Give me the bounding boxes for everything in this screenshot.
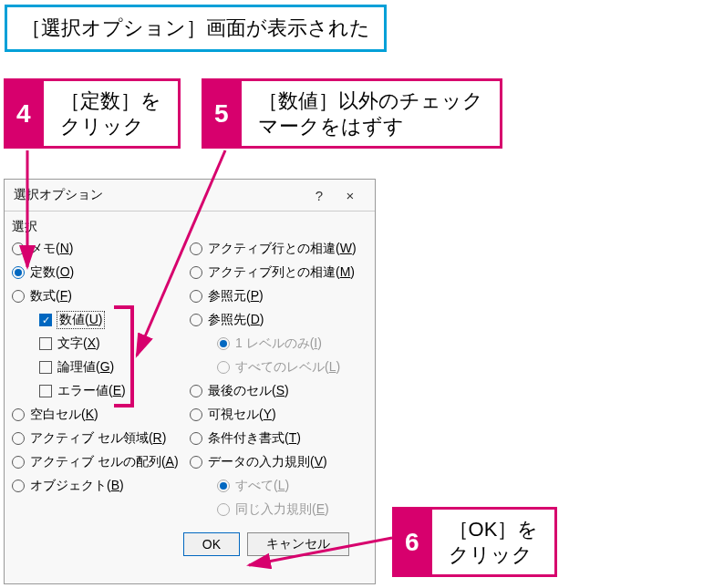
radio-visible-cells[interactable]: 可視セル(Y)	[190, 403, 367, 427]
radio-icon	[190, 242, 202, 255]
radio-current-array[interactable]: アクティブ セルの配列(A)	[12, 450, 190, 474]
checkbox-logicals[interactable]: 論理値(G)	[12, 356, 190, 379]
radio-icon	[190, 314, 202, 326]
radio-objects[interactable]: オブジェクト(B)	[12, 474, 190, 498]
radio-data-validation[interactable]: データの入力規則(V)	[190, 450, 367, 474]
radio-icon	[12, 266, 25, 279]
radio-precedents[interactable]: 参照元(P)	[190, 284, 367, 308]
radio-icon	[190, 456, 202, 469]
radio-icon	[190, 432, 202, 445]
radio-icon	[12, 456, 25, 469]
callout-6-text: ［OK］をクリック	[432, 507, 558, 577]
callout-4-text: ［定数］をクリック	[44, 78, 181, 149]
radio-icon	[190, 290, 202, 303]
bracket-annotation	[114, 305, 134, 407]
radio-blanks[interactable]: 空白セル(K)	[12, 403, 190, 427]
section-label: 選択	[5, 211, 375, 237]
radio-dependents[interactable]: 参照先(D)	[190, 308, 367, 332]
close-button[interactable]: ×	[335, 188, 366, 203]
cancel-button[interactable]: キャンセル	[247, 532, 349, 556]
radio-last-cell[interactable]: 最後のセル(S)	[190, 379, 367, 403]
radio-icon	[217, 503, 230, 516]
help-button[interactable]: ?	[304, 188, 335, 203]
checkbox-icon	[39, 361, 52, 374]
radio-dv-all: すべて(L)	[190, 474, 367, 498]
checkbox-icon: ✓	[39, 314, 52, 326]
radio-current-region[interactable]: アクティブ セル領域(R)	[12, 427, 190, 450]
radio-icon	[190, 266, 202, 279]
radio-icon	[12, 408, 25, 421]
checkbox-numbers[interactable]: ✓数値(U)	[12, 308, 190, 332]
radio-cond-format[interactable]: 条件付き書式(T)	[190, 427, 367, 450]
dialog-title: 選択オプション	[14, 187, 304, 203]
callout-5-number: 5	[202, 78, 242, 149]
dialog-titlebar: 選択オプション ? ×	[5, 180, 375, 211]
callout-4: 4 ［定数］をクリック	[4, 78, 181, 149]
callout-6: 6 ［OK］をクリック	[392, 507, 557, 577]
radio-icon	[12, 242, 25, 255]
checkbox-text[interactable]: 文字(X)	[12, 332, 190, 356]
ok-button[interactable]: OK	[183, 532, 240, 556]
radio-dv-same: 同じ入力規則(E)	[190, 498, 367, 521]
radio-formulas[interactable]: 数式(F)	[12, 284, 190, 308]
radio-direct-only: 1 レベルのみ(I)	[190, 332, 367, 356]
radio-memo[interactable]: メモ(N)	[12, 237, 190, 261]
radio-icon	[12, 480, 25, 492]
callout-6-number: 6	[392, 507, 432, 577]
radio-col-diff[interactable]: アクティブ列との相違(M)	[190, 261, 367, 284]
radio-row-diff[interactable]: アクティブ行との相違(W)	[190, 237, 367, 261]
goto-special-dialog: 選択オプション ? × 選択 メモ(N) 定数(O) 数式(F) ✓数値(U) …	[4, 179, 376, 584]
page-caption: ［選択オプション］画面が表示された	[5, 5, 387, 52]
callout-4-number: 4	[4, 78, 44, 149]
checkbox-icon	[39, 385, 52, 397]
radio-icon	[190, 408, 202, 421]
radio-icon	[12, 432, 25, 445]
radio-icon	[217, 361, 230, 374]
radio-constants[interactable]: 定数(O)	[12, 261, 190, 284]
radio-icon	[190, 385, 202, 397]
radio-icon	[12, 290, 25, 303]
radio-all-levels: すべてのレベル(L)	[190, 356, 367, 379]
radio-icon	[217, 337, 230, 350]
checkbox-errors[interactable]: エラー値(E)	[12, 379, 190, 403]
callout-5: 5 ［数値］以外のチェックマークをはずす	[202, 78, 502, 149]
checkbox-icon	[39, 337, 52, 350]
callout-5-text: ［数値］以外のチェックマークをはずす	[242, 78, 502, 149]
radio-icon	[217, 480, 230, 492]
